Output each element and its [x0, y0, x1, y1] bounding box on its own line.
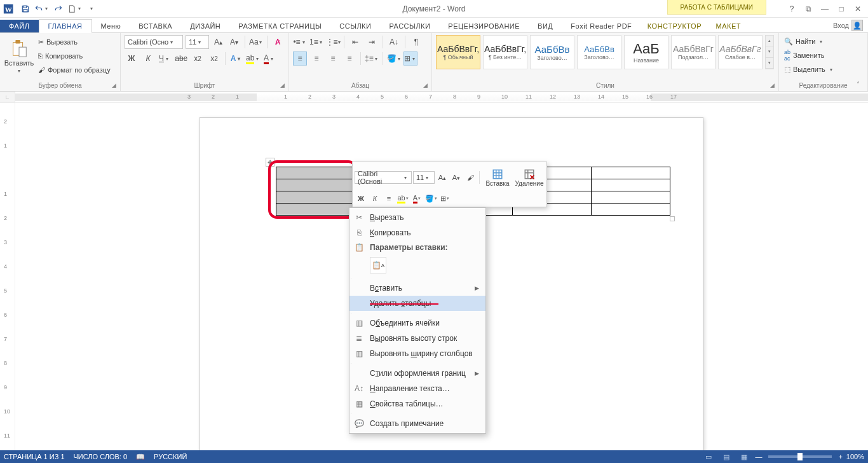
style-card[interactable]: АаБНазвание	[624, 35, 668, 69]
decrease-indent-icon[interactable]: ⇤	[348, 35, 362, 49]
mini-insert-button[interactable]: Вставка	[482, 164, 513, 191]
align-left-icon[interactable]: ≡	[293, 52, 307, 66]
text-effects-icon[interactable]: A▾	[229, 52, 243, 66]
table-resize-handle-icon[interactable]	[670, 216, 675, 221]
style-card[interactable]: АаБбВвГгСлабое в…	[718, 35, 763, 69]
help-button[interactable]: ?	[784, 2, 799, 16]
replace-button[interactable]: abacЗаменить	[783, 49, 864, 62]
dialog-launcher-icon[interactable]: ◢	[110, 82, 118, 90]
line-spacing-icon[interactable]: ‡≡▾	[365, 52, 379, 66]
find-button[interactable]: 🔍Найти▾	[783, 35, 864, 48]
shrink-font-icon[interactable]: A▾	[227, 35, 241, 49]
maximize-button[interactable]: □	[834, 2, 849, 16]
style-card[interactable]: АаБбВвГг,¶ Без инте…	[483, 35, 527, 69]
strike-button[interactable]: abc	[174, 52, 188, 66]
mini-size-combo[interactable]: 11▾	[413, 171, 435, 184]
ctx-copy[interactable]: ⎘Копировать	[349, 225, 485, 240]
bullets-icon[interactable]: •≡▾	[293, 35, 307, 49]
style-card[interactable]: АаБбВвГгПодзагол…	[671, 35, 715, 69]
styles-gallery[interactable]: АаБбВвГг,¶ ОбычныйАаБбВвГг,¶ Без инте…Аа…	[436, 35, 775, 69]
subscript-button[interactable]: x2	[191, 52, 205, 66]
ctx-distribute-rows[interactable]: ≣Выровнять высоту строк	[349, 331, 485, 346]
view-web-icon[interactable]: ▦	[737, 451, 751, 462]
show-marks-icon[interactable]: ¶	[409, 35, 423, 49]
ctx-insert[interactable]: Вставить▶	[349, 280, 485, 296]
dialog-launcher-icon[interactable]: ◢	[278, 82, 286, 90]
underline-button[interactable]: Ч▾	[158, 52, 172, 66]
tab-page-layout[interactable]: РАЗМЕТКА СТРАНИЦЫ	[229, 20, 330, 32]
style-card[interactable]: АаБбВвЗаголово…	[577, 35, 621, 69]
highlight-icon[interactable]: ab▾	[246, 52, 260, 66]
tab-review[interactable]: РЕЦЕНЗИРОВАНИЕ	[439, 20, 529, 32]
ctx-distribute-cols[interactable]: ▥Выровнять ширину столбцов	[349, 346, 485, 361]
qat-newdoc-icon[interactable]: ▾	[67, 2, 83, 16]
status-word-count[interactable]: ЧИСЛО СЛОВ: 0	[74, 453, 128, 460]
align-right-icon[interactable]: ≡	[326, 52, 340, 66]
mini-shading-icon[interactable]: 🪣	[424, 192, 437, 205]
increase-indent-icon[interactable]: ⇥	[365, 35, 379, 49]
mini-delete-button[interactable]: Удаление	[514, 164, 545, 191]
font-name-combo[interactable]: Calibri (Осно▾	[125, 35, 183, 49]
status-page[interactable]: СТРАНИЦА 1 ИЗ 1	[4, 453, 65, 460]
mini-shrink-font-icon[interactable]: A▾	[450, 171, 463, 184]
mini-align-icon[interactable]: ≡	[383, 192, 395, 205]
ctx-text-direction[interactable]: A↕Направление текста…	[349, 381, 485, 396]
horizontal-ruler[interactable]: 3211234567891011121314151617	[15, 92, 868, 102]
tab-file[interactable]: ФАЙЛ	[0, 20, 39, 32]
bold-button[interactable]: Ж	[125, 52, 139, 66]
style-card[interactable]: АаБбВвЗаголово…	[530, 35, 574, 69]
dialog-launcher-icon[interactable]: ◢	[421, 82, 429, 90]
paste-keep-formatting-icon[interactable]: 📋A	[370, 257, 386, 273]
qat-save-icon[interactable]	[18, 2, 33, 16]
numbering-icon[interactable]: 1≡▾	[309, 35, 323, 49]
grow-font-icon[interactable]: A▴	[212, 35, 225, 49]
mini-format-painter-icon[interactable]: 🖌	[464, 171, 477, 184]
multilevel-icon[interactable]: ⋮≡▾	[326, 35, 340, 49]
tab-foxit[interactable]: Foxit Reader PDF	[562, 20, 641, 32]
change-case-icon[interactable]: Aa▾	[249, 35, 263, 49]
ribbon-display-button[interactable]: ⧉	[801, 2, 816, 16]
ctx-border-styles[interactable]: Стили оформления границ▶	[349, 366, 485, 381]
clear-format-icon[interactable]: A̷	[271, 35, 285, 49]
font-color-icon[interactable]: A▾	[262, 52, 276, 66]
tab-menu[interactable]: Меню	[92, 20, 130, 32]
copy-button[interactable]: ⎘Копировать	[37, 50, 112, 62]
ctx-table-properties[interactable]: ▦Свойства таблицы…	[349, 396, 485, 411]
sign-in[interactable]: Вход👤	[833, 20, 863, 31]
collapse-ribbon-icon[interactable]: ˄	[857, 81, 865, 90]
status-language[interactable]: РУССКИЙ	[154, 453, 187, 460]
ctx-new-comment[interactable]: 💬Создать примечание	[349, 416, 485, 431]
superscript-button[interactable]: x2	[207, 52, 221, 66]
mini-italic-button[interactable]: К	[369, 192, 381, 205]
justify-icon[interactable]: ≡	[342, 52, 356, 66]
tab-mailings[interactable]: РАССЫЛКИ	[380, 20, 439, 32]
tab-design[interactable]: ДИЗАЙН	[181, 20, 229, 32]
borders-icon[interactable]: ⊞▾	[403, 52, 417, 66]
paste-button[interactable]: Вставить ▾	[4, 35, 34, 77]
status-spellcheck-icon[interactable]: 📖	[136, 453, 145, 461]
mini-borders-icon[interactable]: ⊞	[438, 192, 451, 205]
close-button[interactable]: ✕	[850, 2, 865, 16]
view-read-icon[interactable]: ▭	[702, 451, 715, 462]
shading-icon[interactable]: 🪣▾	[387, 52, 401, 66]
align-center-icon[interactable]: ≡	[309, 52, 323, 66]
table-move-handle-icon[interactable]: ✥	[266, 158, 275, 167]
ctx-cut[interactable]: ✂Вырезать	[349, 210, 485, 225]
qat-undo-icon[interactable]: ▾	[34, 2, 50, 16]
font-size-combo[interactable]: 11▾	[186, 35, 209, 49]
minimize-button[interactable]: —	[817, 2, 832, 16]
tab-table-layout[interactable]: МАКЕТ	[707, 20, 750, 32]
mini-font-combo[interactable]: Calibri (Основі▾	[355, 171, 412, 184]
format-painter-button[interactable]: 🖌Формат по образцу	[37, 64, 112, 76]
zoom-slider[interactable]	[768, 455, 832, 458]
qat-customize-icon[interactable]: ▾	[84, 2, 99, 16]
tab-view[interactable]: ВИД	[529, 20, 562, 32]
select-button[interactable]: ⬚Выделить▾	[783, 63, 864, 76]
tab-references[interactable]: ССЫЛКИ	[330, 20, 380, 32]
cut-button[interactable]: ✂Вырезать	[37, 36, 112, 48]
mini-highlight-icon[interactable]: ab	[397, 192, 409, 205]
tab-home[interactable]: ГЛАВНАЯ	[39, 19, 92, 33]
view-print-icon[interactable]: ▤	[719, 451, 733, 462]
ctx-merge-cells[interactable]: ▥Объединить ячейки	[349, 315, 485, 331]
tab-insert[interactable]: ВСТАВКА	[130, 20, 181, 32]
